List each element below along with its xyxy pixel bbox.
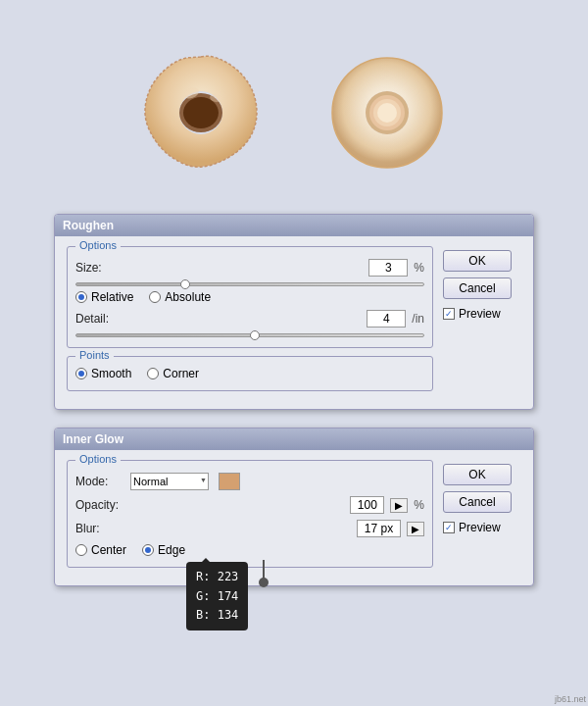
blur-label: Blur: (75, 522, 124, 535)
mode-label: Mode: (75, 475, 124, 488)
smooth-radio-item[interactable]: Smooth (75, 367, 131, 380)
roughen-buttons: OK Cancel Preview (443, 246, 521, 399)
points-radio-group: Smooth Corner (75, 367, 424, 380)
size-row: Size: % (75, 259, 424, 277)
relative-radio-item[interactable]: Relative (75, 290, 133, 304)
mode-select-wrapper[interactable]: Normal (130, 473, 209, 490)
center-label: Center (91, 543, 126, 557)
inner-glow-preview-row: Preview (443, 521, 521, 534)
roughen-ok-button[interactable]: OK (443, 250, 512, 272)
color-b: B: 134 (196, 606, 238, 625)
inner-glow-ok-button[interactable]: OK (443, 464, 512, 485)
inner-glow-preview-label: Preview (459, 521, 501, 534)
center-radio-item[interactable]: Center (75, 543, 126, 557)
color-swatch[interactable] (219, 473, 240, 490)
detail-label: Detail: (75, 312, 124, 326)
canvas-area (0, 0, 588, 206)
points-group: Points Smooth Corner (67, 356, 433, 391)
smooth-radio[interactable] (75, 368, 87, 379)
roughen-preview-label: Preview (459, 307, 501, 321)
blur-arrow[interactable]: ▶ (407, 522, 424, 536)
smooth-label: Smooth (91, 367, 131, 380)
size-slider-thumb[interactable] (180, 279, 190, 289)
opacity-arrow[interactable]: ▶ (390, 498, 408, 513)
absolute-label: Absolute (165, 290, 211, 304)
mode-row: Mode: Normal (75, 473, 424, 490)
left-donut (137, 49, 265, 176)
detail-slider-thumb[interactable] (250, 330, 260, 340)
relative-radio[interactable] (75, 291, 87, 303)
blur-input[interactable] (357, 520, 401, 537)
edge-radio-item[interactable]: Edge (142, 543, 185, 557)
opacity-label: Opacity: (75, 498, 124, 512)
corner-radio-item[interactable]: Corner (147, 367, 199, 380)
roughen-cancel-button[interactable]: Cancel (443, 277, 512, 299)
color-tooltip-group: R: 223 G: 174 B: 134 (245, 560, 307, 648)
roughen-preview-row: Preview (443, 307, 521, 321)
corner-label: Corner (163, 367, 199, 380)
color-tooltip: R: 223 G: 174 B: 134 (186, 562, 248, 630)
size-input[interactable] (368, 259, 408, 277)
opacity-unit: % (414, 498, 424, 512)
detail-row: Detail: /in (75, 310, 424, 328)
inner-glow-options-group: Options Mode: Normal (67, 460, 433, 568)
mode-select[interactable]: Normal (130, 473, 209, 490)
detail-input[interactable] (367, 310, 406, 328)
corner-radio[interactable] (147, 368, 159, 379)
opacity-row: Opacity: ▶ % (75, 496, 424, 514)
relative-label: Relative (91, 290, 133, 304)
points-legend: Points (75, 349, 114, 361)
detail-slider[interactable] (75, 333, 424, 337)
roughen-options-group: Options Size: % Rela (67, 246, 433, 348)
blur-row: Blur: ▶ (75, 520, 424, 537)
roughen-dialog: Roughen Options Size: % (54, 214, 534, 410)
inner-glow-options-legend: Options (75, 453, 121, 465)
connector-line (263, 560, 265, 580)
center-radio[interactable] (75, 544, 87, 556)
svg-point-13 (377, 103, 397, 123)
svg-point-3 (183, 97, 219, 128)
dialogs-area: Roughen Options Size: % (0, 206, 588, 594)
size-label: Size: (75, 261, 124, 275)
inner-glow-buttons: OK Cancel Preview (443, 460, 521, 576)
roughen-preview-checkbox[interactable] (443, 308, 455, 320)
roughen-dialog-title: Roughen (55, 215, 533, 236)
inner-glow-cancel-button[interactable]: Cancel (443, 491, 512, 513)
color-r: R: 223 (196, 568, 238, 586)
detail-unit: /in (412, 312, 424, 326)
right-donut (323, 49, 451, 176)
center-edge-group: Center Edge (75, 543, 424, 557)
opacity-input[interactable] (350, 496, 384, 514)
roughen-options-legend: Options (75, 239, 121, 251)
edge-radio[interactable] (142, 544, 154, 556)
inner-glow-wrapper: Inner Glow Options Mode: Normal (54, 420, 534, 594)
size-unit: % (414, 261, 424, 275)
relative-absolute-group: Relative Absolute (75, 290, 424, 304)
inner-glow-preview-checkbox[interactable] (443, 522, 455, 533)
edge-label: Edge (158, 543, 185, 557)
color-g: G: 174 (196, 587, 238, 606)
watermark: jb61.net (555, 694, 586, 704)
inner-glow-dialog-title: Inner Glow (55, 429, 533, 450)
absolute-radio-item[interactable]: Absolute (149, 290, 211, 304)
size-slider[interactable] (75, 282, 424, 286)
absolute-radio[interactable] (149, 291, 161, 303)
